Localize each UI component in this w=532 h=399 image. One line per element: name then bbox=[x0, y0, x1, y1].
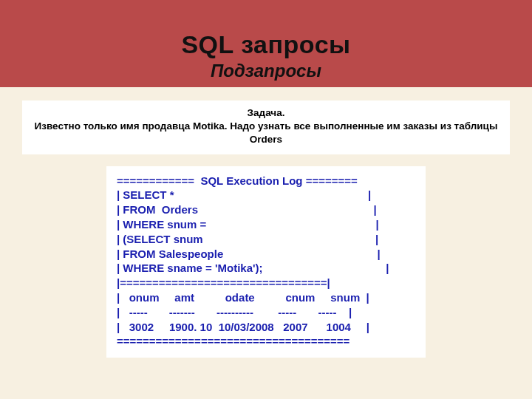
header-band: SQL запросы Подзапросы bbox=[0, 0, 532, 87]
code-line: | WHERE sname = 'Motika'); | bbox=[117, 262, 389, 274]
task-description: Задача. Известно только имя продавца Mot… bbox=[22, 100, 510, 154]
slide-subtitle: Подзапросы bbox=[181, 61, 350, 81]
code-line: | FROM Orders | bbox=[117, 203, 377, 216]
code-line: | onum amt odate cnum snum | bbox=[117, 291, 369, 304]
slide-title: SQL запросы bbox=[181, 30, 350, 59]
code-line: | WHERE snum = | bbox=[117, 218, 379, 231]
code-line: | 3002 1900. 10 10/03/2008 2007 1004 | bbox=[117, 321, 369, 333]
task-text: Известно только имя продавца Motika. Над… bbox=[33, 120, 499, 146]
task-label: Задача. bbox=[33, 106, 499, 120]
code-line: |================================| bbox=[117, 276, 330, 289]
code-line: | ----- ------- ---------- ----- ----- | bbox=[117, 306, 352, 318]
code-line: | (SELECT snum | bbox=[117, 233, 378, 245]
title-box: SQL запросы Подзапросы bbox=[181, 30, 350, 81]
code-line: | FROM Salespeople | bbox=[117, 248, 381, 260]
code-line: ==================================== bbox=[117, 335, 349, 347]
code-line: ============ SQL Execution Log ======== bbox=[117, 174, 358, 187]
code-line: | SELECT * | bbox=[117, 188, 371, 201]
sql-execution-log: ============ SQL Execution Log ======== … bbox=[106, 166, 426, 358]
